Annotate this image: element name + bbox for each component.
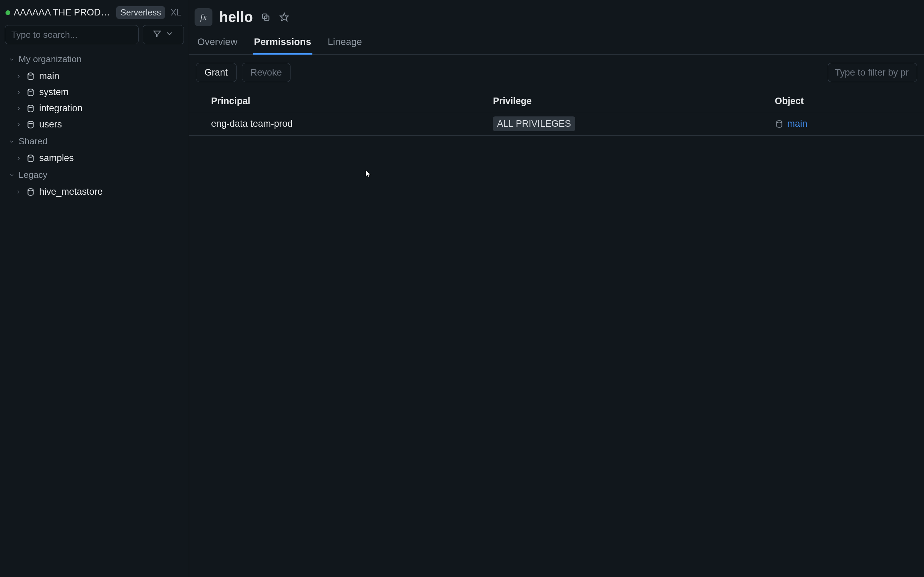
catalog-icon [775,119,784,129]
cell-principal: eng-data team-prod [211,118,493,129]
chevron-right-icon [15,89,22,95]
chevron-right-icon [15,105,22,111]
tab-overview[interactable]: Overview [196,32,239,54]
table-header: Principal Privilege Object [189,90,924,112]
svg-marker-8 [280,13,288,21]
filter-button[interactable] [143,25,184,44]
tree-item-label: samples [39,153,74,163]
tree-item-label: main [39,71,60,81]
main-content: fx hello Overview Permissions Lineage Gr… [189,0,924,577]
catalog-icon [26,104,35,113]
svg-point-1 [28,89,33,91]
status-dot-icon [5,10,10,15]
svg-point-2 [28,105,33,108]
chevron-down-icon [165,29,174,40]
tree-item-samples[interactable]: samples [3,150,186,166]
cell-privilege: ALL PRIVILEGES [493,116,775,131]
chevron-right-icon [15,155,22,161]
catalog-tree: My organization main system integration [0,50,189,200]
object-link[interactable]: main [787,118,808,129]
titlebar: fx hello [189,0,924,32]
tree-item-label: integration [39,103,82,114]
tree-item-hive-metastore[interactable]: hive_metastore [3,184,186,200]
chevron-right-icon [15,189,22,195]
function-icon: fx [195,8,212,26]
catalog-icon [26,120,35,129]
col-object[interactable]: Object [775,96,917,106]
page-title: hello [219,9,253,26]
tabs: Overview Permissions Lineage [189,32,924,55]
sidebar: AAAAAA THE PRODU… Serverless XL My organ… [0,0,189,577]
filter-principal-input[interactable] [828,63,917,82]
compute-chip[interactable]: Serverless [116,6,165,19]
tree-item-integration[interactable]: integration [3,100,186,116]
tab-permissions[interactable]: Permissions [253,32,313,54]
permissions-table: Principal Privilege Object eng-data team… [189,90,924,136]
permissions-toolbar: Grant Revoke [189,55,924,90]
search-input[interactable] [5,25,139,44]
catalog-icon [26,187,35,197]
tree-section-label: Shared [19,136,47,147]
copy-icon[interactable] [260,11,271,23]
tree-item-label: users [39,119,62,130]
svg-point-0 [28,73,33,75]
svg-point-9 [777,121,782,123]
svg-point-3 [28,121,33,124]
tree-item-system[interactable]: system [3,84,186,100]
tree-section-my-organization[interactable]: My organization [3,50,186,68]
svg-point-4 [28,155,33,157]
chevron-down-icon [8,172,15,178]
catalog-icon [26,88,35,97]
tree-section-label: Legacy [19,170,47,180]
star-icon[interactable] [278,11,290,23]
tree-item-users[interactable]: users [3,116,186,132]
sidebar-header: AAAAAA THE PRODU… Serverless XL [0,3,189,24]
svg-point-5 [28,189,33,191]
catalog-icon [26,154,35,163]
tree-item-label: hive_metastore [39,187,103,197]
table-row[interactable]: eng-data team-prod ALL PRIVILEGES main [189,112,924,136]
chevron-right-icon [15,73,22,79]
tree-item-main[interactable]: main [3,68,186,84]
tree-section-legacy[interactable]: Legacy [3,166,186,184]
funnel-icon [153,29,162,40]
catalog-icon [26,72,35,81]
workspace-name[interactable]: AAAAAA THE PRODU… [14,7,113,18]
tree-item-label: system [39,87,69,98]
privilege-badge: ALL PRIVILEGES [493,116,575,131]
grant-button[interactable]: Grant [196,63,236,82]
cell-object: main [775,118,917,129]
tab-lineage[interactable]: Lineage [326,32,363,54]
tree-section-shared[interactable]: Shared [3,132,186,150]
chevron-down-icon [8,139,15,145]
size-chip: XL [168,8,183,18]
tree-section-label: My organization [19,54,82,64]
chevron-down-icon [8,56,15,63]
chevron-right-icon [15,122,22,128]
col-principal[interactable]: Principal [211,96,493,106]
revoke-button[interactable]: Revoke [242,63,291,82]
col-privilege[interactable]: Privilege [493,96,775,106]
